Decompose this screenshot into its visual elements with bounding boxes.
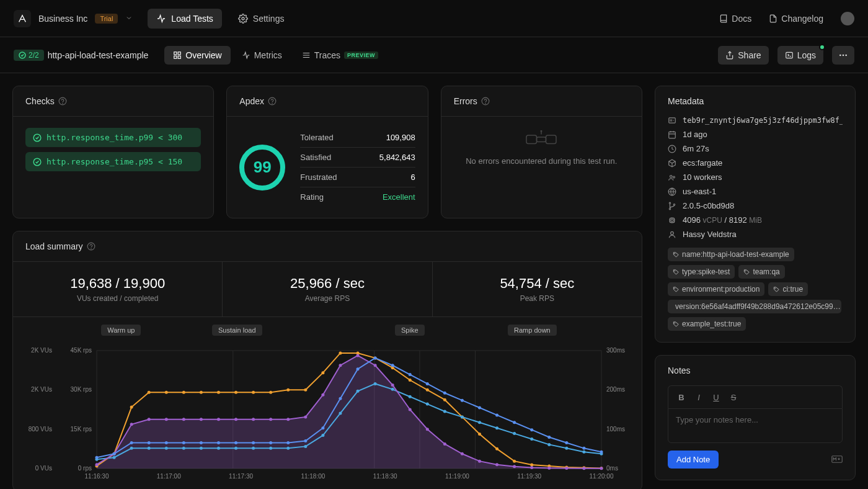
svg-point-57 [234,391,237,394]
svg-point-109 [95,463,99,466]
sub-nav: 2/2 http-api-load-test-example Overview … [0,37,868,73]
svg-point-172 [670,175,673,177]
svg-point-59 [269,391,272,394]
phase-label: Warm up [101,325,141,336]
underline-button[interactable]: U [708,390,724,405]
notes-textarea[interactable]: Type your notes here... [668,408,843,443]
svg-point-175 [669,202,670,204]
bold-button[interactable]: B [673,390,689,405]
nav-settings[interactable]: Settings [229,9,293,29]
svg-text:0 rps: 0 rps [78,465,92,472]
help-icon[interactable] [268,97,277,105]
more-button[interactable] [832,46,854,65]
apdex-rating-value: Excellent [383,192,415,202]
svg-point-151 [304,439,307,442]
svg-point-126 [391,384,394,387]
trial-badge: Trial [95,14,118,24]
svg-point-137 [582,467,585,470]
svg-point-160 [461,399,464,402]
run-status: 2/2 http-api-load-test-example [14,50,148,61]
svg-point-90 [286,447,290,450]
file-icon [769,14,777,23]
peak-rps-label: Peak RPS [433,294,642,303]
add-note-button[interactable]: Add Note [668,451,719,469]
phase-label: Sustain load [212,325,262,336]
svg-point-159 [443,392,446,395]
svg-point-115 [200,418,203,421]
svg-point-165 [547,436,551,439]
svg-point-133 [513,465,516,468]
svg-rect-2 [174,52,177,54]
run-name: http-api-load-test-example [48,50,149,60]
check-item: http.response_time.p99 < 300 [25,128,201,147]
nav-load-tests[interactable]: Load Tests [148,9,221,29]
svg-point-52 [148,391,151,394]
errors-message: No errors encountered during this test r… [466,156,617,166]
svg-point-141 [130,441,133,444]
svg-point-81 [130,447,133,450]
svg-point-146 [217,441,220,444]
more-horizontal-icon [838,50,848,60]
svg-point-125 [374,364,377,367]
apdex-title: Apdex [239,96,264,106]
svg-point-147 [234,441,237,444]
svg-point-100 [461,415,464,418]
svg-point-11 [62,103,63,104]
logs-label: Logs [797,50,816,60]
svg-point-58 [252,391,255,394]
svg-point-157 [409,373,412,376]
svg-point-161 [478,406,481,410]
svg-text:0ms: 0ms [606,465,618,472]
svg-point-129 [443,442,446,446]
preview-badge: PREVIEW [344,52,378,59]
strikethrough-button[interactable]: S [725,390,742,405]
share-button[interactable]: Share [718,46,768,65]
help-icon[interactable] [87,242,95,251]
svg-point-128 [426,428,429,431]
user-avatar[interactable] [841,12,854,25]
svg-point-122 [321,393,324,397]
calendar-icon [668,130,676,139]
tab-overview[interactable]: Overview [164,46,230,65]
svg-point-106 [565,447,568,450]
tag: environment:production [668,282,764,296]
changelog-link[interactable]: Changelog [769,14,823,24]
tag: version:6e56af4adff9f49b288d9a472612e05c… [668,300,841,313]
svg-point-180 [671,231,674,235]
svg-point-86 [217,447,220,450]
svg-point-164 [530,428,533,431]
help-icon[interactable] [481,97,490,105]
tabs: Overview Metrics Traces PREVIEW [164,46,387,65]
italic-button[interactable]: I [691,390,707,405]
svg-point-55 [200,391,203,394]
svg-point-98 [426,403,429,406]
svg-point-187 [675,323,675,323]
svg-point-131 [478,460,481,463]
run-status-badge: 2/2 [14,50,44,61]
svg-point-154 [356,367,360,370]
svg-point-185 [775,288,776,289]
svg-point-116 [217,418,220,421]
svg-point-152 [321,426,324,429]
svg-point-71 [478,433,481,436]
svg-text:30K rps: 30K rps [71,386,92,393]
docs-link[interactable]: Docs [719,14,751,24]
svg-point-68 [426,388,429,392]
svg-rect-19 [546,135,557,144]
notes-toolbar: B I U S [668,385,843,408]
checks-title: Checks [25,96,55,106]
tab-metrics[interactable]: Metrics [233,46,291,65]
svg-point-17 [485,103,485,104]
svg-text:11:18:30: 11:18:30 [373,473,397,480]
load-summary-title: Load summary [25,241,83,251]
logs-button[interactable]: Logs [777,46,823,65]
chevron-down-icon[interactable] [125,14,133,24]
branch-icon [668,202,676,210]
tab-traces[interactable]: Traces PREVIEW [293,46,387,65]
help-icon[interactable] [58,97,67,105]
svg-point-127 [409,408,412,411]
grid-icon [173,51,182,60]
svg-point-112 [148,418,151,421]
tag: type:spike-test [668,265,735,279]
svg-point-7 [839,54,841,56]
